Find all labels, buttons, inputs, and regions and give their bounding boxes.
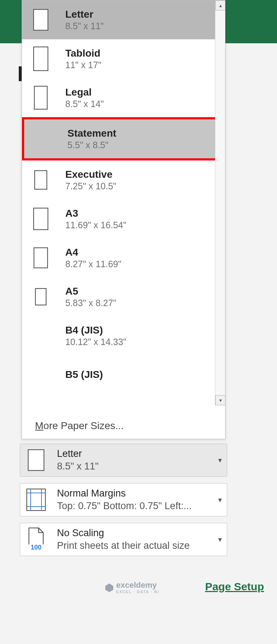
- paper-size-name: Letter: [65, 9, 104, 20]
- scaling-icon: 100: [25, 528, 47, 551]
- page-icon: [31, 44, 51, 73]
- scaling-title: No Scaling: [57, 528, 215, 539]
- svg-rect-6: [35, 288, 46, 305]
- page-icon: [31, 5, 51, 34]
- paper-size-selector[interactable]: Letter 8.5" x 11" ▾: [20, 444, 227, 477]
- paper-size-option-executive[interactable]: Executive7.25" x 10.5": [22, 160, 225, 199]
- print-settings-stack: Letter 8.5" x 11" ▾ Normal Margins Top: …: [20, 444, 227, 556]
- paper-size-name: Tabloid: [65, 48, 101, 59]
- paper-size-dimensions: 5.5" x 8.5": [67, 140, 116, 150]
- paper-size-dimensions: 8.5" x 11": [65, 21, 104, 31]
- scaling-sub: Print sheets at their actual size: [57, 540, 215, 551]
- svg-rect-2: [34, 86, 47, 109]
- watermark-tag: EXCEL · DATA · BI: [116, 590, 159, 594]
- paper-size-option-a4[interactable]: A48.27" x 11.69": [22, 238, 225, 277]
- scaling-number: 100: [31, 544, 41, 551]
- paper-size-option-b5-jis-[interactable]: B5 (JIS): [22, 355, 225, 394]
- svg-rect-1: [34, 47, 48, 71]
- chevron-down-icon: ▾: [218, 495, 222, 504]
- scroll-down-button[interactable]: ▾: [215, 395, 225, 405]
- watermark: exceldemy EXCEL · DATA · BI: [105, 581, 159, 594]
- svg-rect-5: [34, 248, 48, 268]
- page-icon: [31, 360, 51, 389]
- paper-size-option-letter[interactable]: Letter8.5" x 11": [22, 0, 225, 39]
- page-icon: [31, 282, 51, 311]
- paper-size-option-a5[interactable]: A55.83" x 8.27": [22, 277, 225, 316]
- more-paper-sizes-accelerator: M: [35, 420, 43, 431]
- margins-icon: [25, 488, 47, 512]
- watermark-brand: exceldemy: [116, 581, 157, 590]
- margins-selector[interactable]: Normal Margins Top: 0.75" Bottom: 0.75" …: [20, 483, 227, 516]
- paper-size-dimensions: 10.12" x 14.33": [65, 337, 126, 347]
- svg-rect-8: [27, 489, 45, 511]
- paper-size-name: Executive: [65, 169, 116, 180]
- page-setup-link[interactable]: Page Setup: [205, 581, 264, 593]
- page-icon: [33, 124, 53, 153]
- paper-size-name: A4: [65, 247, 121, 258]
- page-icon: [31, 166, 51, 194]
- paper-size-dimensions: 8.5" x 14": [65, 99, 104, 109]
- paper-size-option-statement[interactable]: Statement5.5" x 8.5": [22, 117, 225, 160]
- paper-size-name: Statement: [67, 128, 116, 139]
- chevron-down-icon: ▾: [218, 456, 222, 464]
- svg-rect-7: [28, 450, 44, 471]
- paper-size-option-tabloid[interactable]: Tabloid11" x 17": [22, 39, 225, 78]
- margins-title: Normal Margins: [57, 488, 215, 499]
- paper-size-dimensions: 7.25" x 10.5": [65, 181, 116, 191]
- page-icon: [25, 448, 47, 472]
- paper-size-list: Letter8.5" x 11"Tabloid11" x 17"Legal8.5…: [22, 0, 225, 413]
- paper-size-name: B4 (JIS): [65, 325, 126, 336]
- margins-sub: Top: 0.75" Bottom: 0.75" Left:...: [57, 500, 215, 512]
- paper-size-title: Letter: [57, 448, 215, 459]
- svg-rect-4: [34, 208, 48, 230]
- paper-size-dimensions: 5.83" x 8.27": [65, 298, 116, 308]
- paper-size-name: B5 (JIS): [65, 369, 103, 380]
- page-icon: [31, 204, 51, 233]
- paper-size-dropdown: Letter8.5" x 11"Tabloid11" x 17"Legal8.5…: [22, 0, 225, 439]
- scrollbar[interactable]: ▴ ▾: [215, 0, 225, 405]
- page-icon: [31, 321, 51, 350]
- paper-size-dimensions: 8.27" x 11.69": [65, 259, 121, 269]
- paper-size-dimensions: 11.69" x 16.54": [65, 220, 126, 230]
- page-icon: [31, 83, 51, 112]
- paper-size-name: A3: [65, 208, 126, 219]
- svg-rect-3: [35, 171, 47, 189]
- logo-icon: [105, 583, 114, 592]
- more-paper-sizes-label: ore Paper Sizes...: [43, 420, 124, 431]
- scaling-selector[interactable]: 100 No Scaling Print sheets at their act…: [20, 523, 227, 556]
- paper-size-option-legal[interactable]: Legal8.5" x 14": [22, 78, 225, 117]
- svg-rect-0: [34, 9, 48, 30]
- page-icon: [31, 243, 51, 272]
- chevron-down-icon: ▾: [218, 535, 222, 544]
- paper-size-dimensions: 11" x 17": [65, 60, 101, 70]
- paper-size-name: A5: [65, 286, 116, 297]
- more-paper-sizes-link[interactable]: More Paper Sizes...: [22, 413, 225, 439]
- paper-size-sub: 8.5" x 11": [57, 461, 215, 472]
- paper-size-option-b4-jis-[interactable]: B4 (JIS)10.12" x 14.33": [22, 316, 225, 355]
- paper-size-option-a3[interactable]: A311.69" x 16.54": [22, 199, 225, 238]
- paper-size-name: Legal: [65, 87, 104, 98]
- scroll-up-button[interactable]: ▴: [215, 0, 225, 10]
- svg-marker-13: [105, 583, 113, 592]
